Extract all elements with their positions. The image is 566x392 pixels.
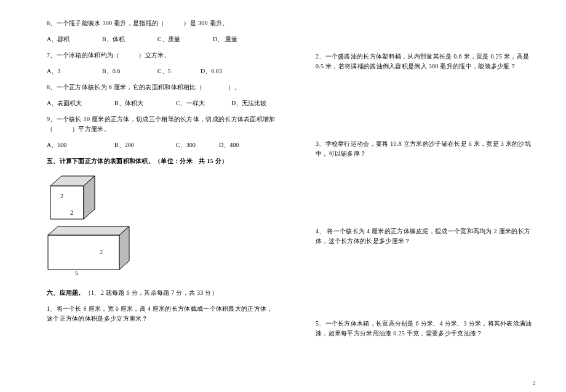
section-6-label: 六、应用题。	[47, 289, 85, 296]
section-6-heading: 六、应用题。（1、2 题每题 6 分，其余每题 7 分，共 33 分）	[47, 288, 279, 298]
problem-4: 4、 将一个棱长为 4 厘米的正方体橡皮泥，捏成一个宽和高均为 2 厘米的长方体…	[316, 226, 535, 246]
page-number: 2	[533, 380, 536, 386]
cube-dim-bottom: 2	[70, 209, 73, 216]
cuboid-dim-height: 2	[100, 249, 103, 255]
cuboid-dim-width: 5	[75, 270, 78, 276]
cube-dim-left: 2	[60, 193, 63, 199]
option-8c: C、一样大	[176, 98, 231, 108]
options-9: A、100 B、200 C、300 D、400	[47, 140, 279, 150]
option-7b: B、0.6	[102, 66, 157, 76]
section-6-detail: （1、2 题每题 6 分，其余每题 7 分，共 33 分）	[85, 289, 218, 296]
option-9b: B、200	[114, 140, 176, 150]
question-8: 8、一个正方体棱长为 6 厘米，它的表面积和体积相比（ ）。	[47, 82, 279, 92]
problem-2: 2、一个盛酱油的长方体塑料桶，从内部量其长是 0.6 米，宽是 0.25 米，高…	[316, 52, 535, 71]
right-column: 2、一个盛酱油的长方体塑料桶，从内部量其长是 0.6 米，宽是 0.25 米，高…	[316, 18, 535, 345]
cube-figure: 2 2	[47, 174, 108, 222]
option-8a: A、表面积大	[47, 98, 114, 108]
svg-rect-3	[48, 235, 119, 270]
figures: 2 2 2 5	[47, 174, 279, 278]
cuboid-figure: 2 5	[47, 225, 139, 278]
option-9d: D、400	[219, 140, 239, 150]
option-6a: A、容积	[47, 34, 102, 44]
svg-marker-4	[48, 226, 129, 235]
cube-svg	[47, 174, 108, 222]
option-6b: B、体积	[102, 34, 157, 44]
question-7: 7、一个冰箱的体积约为（ ）立方米。	[47, 50, 279, 60]
problem-1: 1、将一个长 8 厘米，宽 6 厘米，高 4 厘米的长方体截成一个体积最大的正方…	[47, 304, 279, 324]
option-7c: C、5	[157, 66, 201, 76]
svg-rect-0	[50, 186, 84, 219]
question-9: 9、一个棱长 10 厘米的正方体，切成三个相等的长方体，切成的长方体表面积增加（…	[47, 114, 279, 134]
option-8d: D、无法比较	[231, 98, 266, 108]
options-7: A、3 B、0.6 C、5 D、0.03	[47, 66, 279, 76]
option-9c: C、300	[176, 140, 219, 150]
options-6: A、容积 B、体积 C、质量 D、 重量	[47, 34, 279, 44]
section-5-heading: 五、计算下面正方体的表面积和体积。（单位：分米 共 15 分）	[47, 156, 279, 166]
left-column: 6、一个瓶子能装水 300 毫升，是指瓶的（ ）是 300 毫升。 A、容积 B…	[47, 18, 279, 345]
option-6d: D、 重量	[213, 34, 237, 44]
cuboid-svg	[47, 225, 139, 278]
option-6c: C、质量	[157, 34, 213, 44]
question-6: 6、一个瓶子能装水 300 毫升，是指瓶的（ ）是 300 毫升。	[47, 18, 279, 28]
option-7d: D、0.03	[201, 66, 222, 76]
options-8: A、表面积大 B、体积大 C、一样大 D、无法比较	[47, 98, 279, 108]
option-9a: A、100	[47, 140, 114, 150]
option-8b: B、体积大	[114, 98, 176, 108]
problem-5: 5、一个长方体木箱，长宽高分别是 6 分米、4 分米、3 分米，将其外表涂满油漆…	[316, 319, 535, 338]
option-7a: A、3	[47, 66, 102, 76]
problem-3: 3、学校举行运动会，要将 10.8 立方米的沙子铺在长是 6 米，宽是 3 米的…	[316, 139, 535, 159]
